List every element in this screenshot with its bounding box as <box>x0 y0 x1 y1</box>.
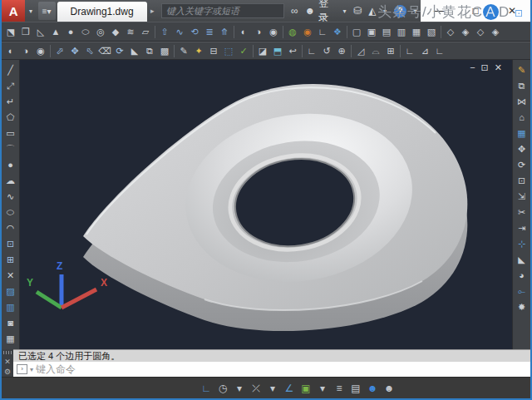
table-tool[interactable]: ▦ <box>3 331 18 347</box>
draw-toolbar: ╱⤢↵⬠▭⌒●☁∿⬭◠⊡⊞✕▨▥◙▦A <box>2 60 20 349</box>
ucs-x-label: X <box>101 277 107 289</box>
offset-faces-tool[interactable]: ⬁ <box>82 43 97 58</box>
watermark-text-end: D <box>499 4 510 20</box>
ucs-tool[interactable]: ∟ <box>304 43 319 58</box>
subtract-tool[interactable]: ◑ <box>251 24 266 39</box>
toolbar-separator <box>174 45 175 57</box>
line-tool[interactable]: ╱ <box>3 62 18 78</box>
toolbar-separator <box>253 45 254 57</box>
tab-overflow-icon[interactable]: ▸ <box>147 0 158 22</box>
light-tool[interactable]: ∟ <box>315 24 330 39</box>
hatch-tool[interactable]: ▨ <box>3 284 18 299</box>
cylinder-tool[interactable]: ⬭ <box>78 24 93 39</box>
interfere-tool[interactable]: ↩ <box>285 43 300 58</box>
watermark: 头条号/小黄花CAD ⊡ <box>377 2 524 396</box>
ellipse-tool[interactable]: ⬭ <box>3 205 18 220</box>
isodraft-toggle[interactable]: ⤫ <box>248 380 264 397</box>
ucs-world-tool[interactable]: ⊕ <box>334 43 349 58</box>
subtract-tool-2[interactable]: ◑ <box>18 43 33 58</box>
sweep-tool[interactable]: ∿ <box>172 24 187 39</box>
app-store-cart-icon[interactable]: ⛁ <box>350 0 365 22</box>
presspull-tool[interactable]: ⇧ <box>157 24 172 39</box>
toolbar-separator <box>347 26 347 38</box>
command-window-close-icon[interactable]: ✕ <box>4 357 11 367</box>
drafting-settings-toggle[interactable]: ◷ <box>214 380 231 397</box>
render-tool[interactable]: ◍ <box>285 24 300 39</box>
command-customize-icon[interactable]: ⚙ <box>4 367 11 377</box>
ellipse-arc-tool[interactable]: ◠ <box>3 220 18 236</box>
slice-tool[interactable]: ◪ <box>255 43 270 58</box>
union-tool[interactable]: ◐ <box>236 24 251 39</box>
copy-faces-tool[interactable]: ⧉ <box>142 43 157 58</box>
arc-tool[interactable]: ⌒ <box>3 141 18 157</box>
pyramid-tool[interactable]: ◆ <box>108 24 123 39</box>
revision-cloud-tool[interactable]: ☁ <box>3 173 18 189</box>
circle-tool[interactable]: ● <box>3 157 18 173</box>
wedge-tool[interactable]: ◺ <box>33 24 48 39</box>
thicken-tool[interactable]: ⬒ <box>270 43 285 58</box>
planar-surface-tool[interactable]: ▱ <box>138 24 153 39</box>
insert-block-tool[interactable]: ⊡ <box>3 236 18 252</box>
clean-tool[interactable]: ✦ <box>191 43 206 58</box>
move-faces-tool[interactable]: ✥ <box>67 43 82 58</box>
toolbar-separator <box>155 26 155 38</box>
visualstyle-2d-wireframe[interactable]: ▢ <box>349 24 364 39</box>
isodraft-caret[interactable]: ▾ <box>264 380 281 397</box>
annotation-monitor-toggle[interactable]: ▤ <box>347 380 364 397</box>
shell-tool[interactable]: ⬚ <box>221 43 236 58</box>
union-tool-2[interactable]: ◐ <box>3 43 18 58</box>
polysolid-tool[interactable]: ⬔ <box>3 24 18 39</box>
file-tab[interactable]: Drawing1.dwg <box>57 2 147 22</box>
render-environment-tool[interactable]: ◉ <box>300 24 315 39</box>
revolve-tool[interactable]: ⟲ <box>187 24 202 39</box>
selection-cycling-toggle[interactable]: ▣ <box>298 380 314 397</box>
rectangle-tool[interactable]: ▭ <box>3 126 18 141</box>
watermark-text: 头条号/小黄花C <box>377 4 483 20</box>
autosnap-toggle[interactable]: ∠ <box>281 380 298 397</box>
sphere-tool[interactable]: ● <box>63 24 78 39</box>
ucs-icon[interactable]: Z Y X <box>27 260 107 308</box>
check-tool[interactable]: ✓ <box>236 43 251 58</box>
color-faces-tool[interactable]: ▩ <box>157 43 172 58</box>
toolbar-separator <box>234 26 234 38</box>
polyline-tool[interactable]: ↵ <box>3 94 18 110</box>
imprint-tool[interactable]: ✎ <box>176 43 191 58</box>
signin-button[interactable]: 登录 <box>318 0 339 22</box>
separate-tool[interactable]: ⊟ <box>206 43 221 58</box>
spline-tool[interactable]: ∿ <box>3 189 18 205</box>
selection-cycling-caret[interactable]: ▾ <box>314 380 331 397</box>
extrude-faces-tool[interactable]: ⬀ <box>52 43 67 58</box>
polygon-tool[interactable]: ⬠ <box>3 110 18 126</box>
torus-tool[interactable]: ◎ <box>93 24 108 39</box>
cone-tool[interactable]: ▲ <box>48 24 63 39</box>
make-block-tool[interactable]: ⊞ <box>3 252 18 268</box>
extrude-tool[interactable]: ⤊ <box>217 24 232 39</box>
command-prompt-icon[interactable]: › <box>17 364 27 374</box>
search-icon[interactable]: ∞ <box>288 0 302 22</box>
ucs-face-tool[interactable]: ◿ <box>353 43 368 58</box>
region-tool[interactable]: ◙ <box>3 315 18 331</box>
point-tool[interactable]: ✕ <box>3 268 18 284</box>
command-window-grip[interactable] <box>3 351 12 354</box>
box-tool[interactable]: ❒ <box>18 24 33 39</box>
materials-tool[interactable]: ❖ <box>330 24 345 39</box>
loft-tool[interactable]: ≣ <box>202 24 217 39</box>
autocad-logo-icon[interactable]: A <box>2 0 25 22</box>
lineweight-toggle[interactable]: ≡ <box>331 380 347 397</box>
command-prompt-caret-icon[interactable]: ▾ <box>30 366 33 373</box>
gradient-tool[interactable]: ▥ <box>3 299 18 315</box>
help-search-input[interactable] <box>161 3 284 18</box>
intersect-tool-2[interactable]: ◉ <box>33 43 48 58</box>
helix-tool[interactable]: ≋ <box>123 24 138 39</box>
intersect-tool[interactable]: ◉ <box>266 24 281 39</box>
delete-faces-tool[interactable]: ⌫ <box>97 43 112 58</box>
taper-faces-tool[interactable]: ◣ <box>127 43 142 58</box>
quick-access-customize-button[interactable]: ≡▾ <box>38 2 56 20</box>
rotate-faces-tool[interactable]: ⟳ <box>112 43 127 58</box>
signin-dropdown-icon[interactable]: ▾ <box>339 0 350 22</box>
dynamic-ucs-toggle[interactable]: ∟ <box>198 380 214 397</box>
drafting-settings-caret[interactable]: ▾ <box>231 380 248 397</box>
logo-dropdown-icon[interactable]: ▾ <box>25 0 36 22</box>
construction-line-tool[interactable]: ⤢ <box>3 78 18 94</box>
ucs-previous-tool[interactable]: ↺ <box>319 43 334 58</box>
